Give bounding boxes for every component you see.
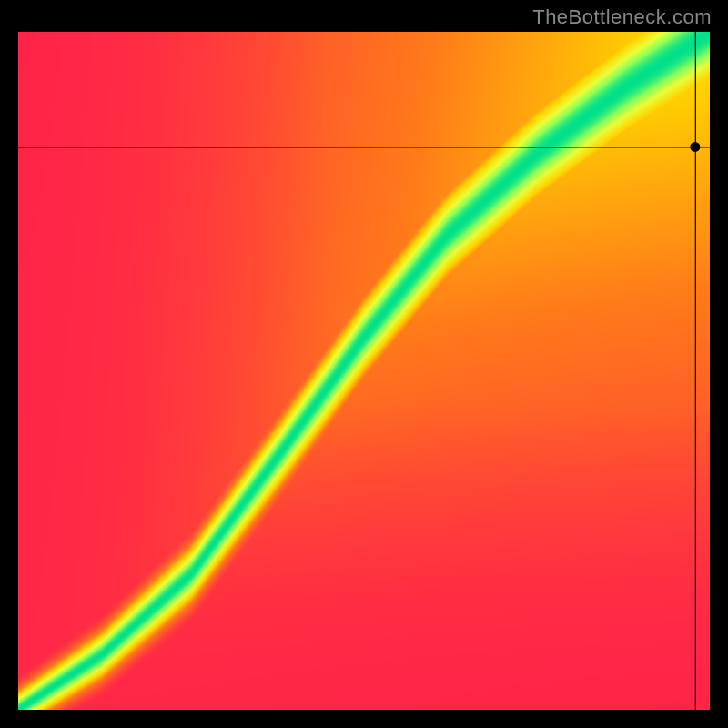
heatmap-canvas (18, 32, 710, 710)
heatmap-plot (18, 32, 710, 710)
chart-container: TheBottleneck.com (0, 0, 728, 728)
attribution-text: TheBottleneck.com (532, 5, 712, 29)
